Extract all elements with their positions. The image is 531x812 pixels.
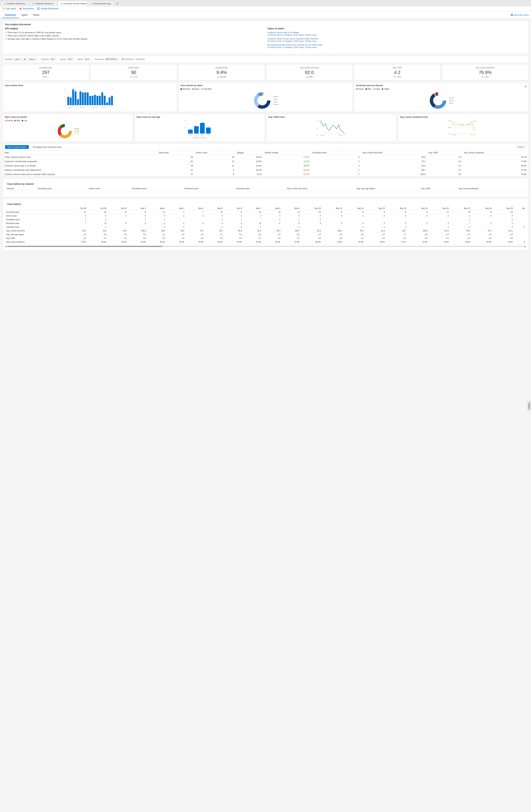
legend-web: Web: [366, 88, 371, 90]
bookmarks-button[interactable]: 🔖 Bookmarks: [19, 7, 34, 10]
timezone-select[interactable]: GMT-08:00 ▾: [104, 58, 119, 61]
topic-link-3[interactable]: No tracking number send to the customer …: [267, 44, 526, 46]
duration-type-select[interactable]: Last ▾: [13, 58, 22, 61]
svg-rect-6: [68, 97, 69, 105]
svg-text:10: 10: [64, 97, 65, 99]
queue-filter: Queue All ▾: [60, 58, 74, 61]
tab-topics[interactable]: Topics: [30, 12, 42, 18]
metric-value: 4.3: [147, 236, 166, 240]
svg-rect-19: [92, 96, 93, 105]
active-dot: [192, 88, 194, 90]
topic-link-1[interactable]: Customer cannot sign in on Mobile: [267, 31, 526, 34]
col-active-cases: Active cases: [195, 150, 236, 155]
about-this-report-link[interactable]: ℹ️ About this report: [511, 14, 529, 16]
arrow-down-icon: ▼: [130, 76, 132, 78]
channel-donut-labels: 58.2% 32.7% 3.4%: [449, 97, 454, 104]
date-col: Nov 11: [322, 207, 343, 210]
metric-value: 5: [492, 221, 514, 225]
open-cases-priority-chart: Open cases by priority Normal High Low: [3, 114, 133, 142]
tab-icon-1: 📊: [3, 2, 5, 4]
browser-tab-2[interactable]: 📊 Customer Service A...: [29, 1, 57, 6]
channel-metrics-table: Channel Incoming cases Active cases Esca…: [5, 186, 526, 194]
metric-value: [471, 218, 492, 221]
metric-value: 8: [514, 240, 526, 244]
metric-value: 75.9%: [429, 240, 450, 244]
duration-unit-select[interactable]: Days ▾: [28, 58, 37, 61]
browser-tab-3[interactable]: 📊 Customer Service historic... ✕: [58, 1, 88, 6]
svg-text:Days: Days: [201, 135, 204, 136]
browser-tab-4[interactable]: 📊 Omnichannel Ong...: [88, 1, 115, 6]
metric-value: 6: [429, 221, 450, 225]
metric-value: 5: [281, 214, 301, 218]
volume: 13.5%: [236, 159, 263, 164]
metric-value: 1: [343, 225, 365, 229]
total-cases: 56: [157, 155, 195, 159]
svg-text:Days: Days: [195, 135, 198, 136]
charts-row-2: Open cases by priority Normal High Low: [3, 114, 528, 142]
update-bookmark-button[interactable]: 🔄 Update Bookmark: [37, 7, 58, 10]
edit-report-button[interactable]: ✏️ Edit report: [2, 7, 16, 10]
scroll-left-arrow[interactable]: ◀: [5, 245, 6, 247]
case-metrics-scroll[interactable]: Oct 29Oct 30Oct 31Nov 1Nov 2Nov 3Nov 4No…: [5, 207, 526, 244]
metric-value: 4.1: [343, 236, 365, 240]
metric-value: 5: [224, 221, 243, 225]
metric-value: [514, 221, 526, 225]
svg-text:<1 Day: <1 Day: [188, 134, 192, 135]
legend-resolved: Resolved: [180, 88, 190, 90]
new-tab-button[interactable]: +: [115, 1, 120, 6]
svg-rect-23: [101, 92, 103, 105]
browser-tab-1[interactable]: 📊 Customer Service A...: [1, 1, 29, 6]
scrollbar-track[interactable]: [7, 246, 524, 247]
agent-select[interactable]: All ▾: [84, 58, 91, 61]
active-cases: 15: [195, 159, 236, 164]
scrollbar-thumb[interactable]: [7, 246, 162, 247]
metric-value: 75.6%: [243, 240, 262, 244]
channel-select[interactable]: All ▾: [49, 58, 56, 61]
arrow-down-icon-1: ↘: [5, 31, 7, 34]
metric-value: 4.4: [365, 236, 386, 240]
tab-summary[interactable]: Summary: [2, 12, 18, 18]
topic-name: Customer's membership suspended: [3, 159, 157, 164]
metric-value: 4.1: [87, 236, 107, 240]
volume: 9.1%: [236, 172, 263, 176]
metric-value: 76.3%: [343, 240, 365, 244]
topic-link-2[interactable]: Customer doesn't know how to maintain co…: [267, 38, 526, 40]
svg-text:16: 16: [75, 90, 76, 91]
emerging-case-volume-button[interactable]: Emerging case volume by topic: [31, 145, 64, 149]
channel-expand-icon[interactable]: ▶: [525, 85, 526, 87]
scrollbar-area[interactable]: ◀ ▶: [5, 245, 526, 248]
scroll-right-arrow[interactable]: ▶: [525, 245, 526, 247]
metric-label: Avg. CSAT: [5, 236, 67, 240]
metric-value: 3.7: [281, 236, 301, 240]
tab-agent[interactable]: Agent: [18, 12, 30, 18]
metric-value: 1: [450, 218, 471, 221]
svg-rect-25: [104, 96, 106, 105]
csat: 3.9: [427, 172, 463, 176]
metric-change-5: ▼ -1.9%: [444, 76, 527, 78]
metric-value: 2: [492, 218, 514, 221]
svg-text:40: 40: [185, 120, 186, 121]
metric-value: [166, 218, 186, 221]
metric-value: 3.2: [243, 233, 262, 236]
top-10-volume-topics-button[interactable]: Top 10 volume topics: [5, 145, 29, 149]
agent-label: Agent: [78, 58, 83, 60]
metric-value: [185, 225, 205, 229]
metric-value: 80.3%: [301, 240, 322, 244]
low-dot: [22, 120, 23, 121]
metric-value: 66.6: [450, 229, 471, 233]
normal-dot: [5, 120, 6, 121]
metric-value: [67, 225, 87, 229]
avg-csat-trend-chart: Avg. CSAT trend 4.3 3.7 3.6 4.3 3.3 Nov …: [266, 114, 397, 142]
legend-phone: Phone: [356, 88, 364, 90]
duration-value-select[interactable]: 30: [22, 58, 27, 61]
topic-name: Coffee machine doesn't work: [3, 155, 157, 159]
queue-select[interactable]: All ▾: [67, 58, 74, 61]
metric-value: 2.4: [185, 233, 205, 236]
date-col: Nov 16: [429, 207, 450, 210]
metric-value: 2.9: [87, 233, 107, 236]
details-button[interactable]: Details: [516, 145, 526, 149]
svg-text:50%: 50%: [448, 127, 451, 128]
metric-value: [514, 233, 526, 236]
metric-value: 66.3: [262, 229, 281, 233]
toolbar: ✏️ Edit report 🔖 Bookmarks 🔄 Update Book…: [0, 6, 531, 11]
